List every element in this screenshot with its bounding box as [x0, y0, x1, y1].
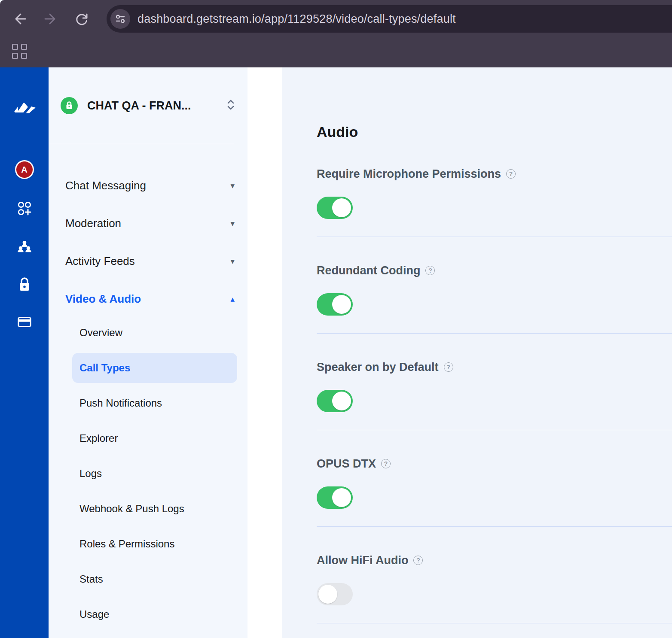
- help-icon[interactable]: ?: [413, 556, 423, 565]
- app-name: CHAT QA - FRAN...: [87, 99, 191, 112]
- help-icon[interactable]: ?: [381, 459, 391, 468]
- toggle-switch[interactable]: [317, 583, 353, 605]
- sidebar-nav: Chat Messaging ▾ Moderation ▾ Activity F…: [49, 167, 247, 318]
- unfold-icon: [225, 98, 236, 113]
- grid-icon: [12, 44, 27, 59]
- sidebar-section-activity-feeds[interactable]: Activity Feeds ▾: [65, 242, 235, 280]
- team-button[interactable]: [16, 238, 33, 255]
- tune-icon: [114, 13, 126, 25]
- apps-button[interactable]: [16, 201, 33, 217]
- lock-icon: [16, 276, 33, 292]
- sidebar-item-logs[interactable]: Logs: [72, 459, 237, 489]
- settings-list: Require Microphone Permissions ? Redunda…: [317, 140, 672, 623]
- setting-row-allow-hifi-audio: Allow HiFi Audio ?: [317, 527, 672, 623]
- setting-row-redundant-coding: Redundant Coding ?: [317, 237, 672, 334]
- setting-row-require-microphone-permissions: Require Microphone Permissions ?: [317, 140, 672, 237]
- sidebar-section-chat-messaging[interactable]: Chat Messaging ▾: [65, 167, 235, 204]
- url-text[interactable]: dashboard.getstream.io/app/1129528/video…: [137, 12, 456, 26]
- main-content: Audio Require Microphone Permissions ? R…: [282, 67, 672, 638]
- sidebar-item-push-notifications[interactable]: Push Notifications: [72, 388, 237, 418]
- tab-groups-button[interactable]: [11, 43, 28, 60]
- billing-button[interactable]: [16, 314, 33, 330]
- sidebar-item-explorer[interactable]: Explorer: [72, 423, 237, 453]
- sidebar: CHAT QA - FRAN... Chat Messaging ▾ Moder…: [49, 67, 247, 638]
- url-bar[interactable]: dashboard.getstream.io/app/1129528/video…: [107, 5, 672, 33]
- reload-icon: [73, 11, 90, 27]
- stream-logo[interactable]: [10, 97, 39, 122]
- toggle-switch[interactable]: [317, 390, 353, 412]
- setting-row-opus-dtx: OPUS DTX ?: [317, 430, 672, 527]
- apps-add-icon: [16, 201, 33, 217]
- video-audio-submenu: Overview Call Types Push Notifications E…: [49, 318, 247, 629]
- avatar[interactable]: A: [15, 160, 34, 179]
- sidebar-divider: [49, 144, 234, 144]
- forward-button[interactable]: [42, 10, 59, 27]
- toggle-knob: [318, 585, 337, 604]
- toggle-knob: [332, 198, 351, 217]
- app-rail: A: [0, 67, 49, 638]
- sidebar-section-video-audio[interactable]: Video & Audio ▴: [65, 280, 235, 318]
- app-selector[interactable]: CHAT QA - FRAN...: [49, 67, 247, 116]
- toggle-knob: [332, 488, 351, 507]
- sidebar-item-usage[interactable]: Usage: [72, 599, 237, 629]
- security-button[interactable]: [16, 276, 33, 292]
- sidebar-item-call-types[interactable]: Call Types: [72, 353, 237, 383]
- help-icon[interactable]: ?: [444, 362, 453, 372]
- forward-icon: [43, 11, 59, 27]
- site-settings-button[interactable]: [110, 9, 130, 29]
- back-button[interactable]: [11, 10, 28, 27]
- help-icon[interactable]: ?: [506, 169, 516, 179]
- toggle-knob: [332, 295, 351, 314]
- setting-row-speaker-on-by-default: Speaker on by Default ?: [317, 334, 672, 430]
- sidebar-item-overview[interactable]: Overview: [72, 318, 237, 348]
- app-lock-badge: [61, 97, 78, 114]
- sidebar-item-webhook-push-logs[interactable]: Webhook & Push Logs: [72, 494, 237, 524]
- help-icon[interactable]: ?: [425, 266, 435, 275]
- app-lock-icon: [64, 101, 74, 110]
- browser-chrome: dashboard.getstream.io/app/1129528/video…: [0, 0, 672, 67]
- sidebar-item-roles-permissions[interactable]: Roles & Permissions: [72, 529, 237, 559]
- sidebar-item-stats[interactable]: Stats: [72, 564, 237, 594]
- sidebar-section-moderation[interactable]: Moderation ▾: [65, 204, 235, 242]
- toggle-switch[interactable]: [317, 293, 353, 316]
- toggle-switch[interactable]: [317, 197, 353, 219]
- caret-icon: ▾: [230, 256, 235, 266]
- reload-button[interactable]: [73, 10, 90, 27]
- toggle-knob: [332, 392, 351, 410]
- page-title: Audio: [317, 123, 672, 140]
- caret-icon: ▾: [230, 219, 235, 228]
- content-gutter: [247, 67, 282, 638]
- toggle-switch[interactable]: [317, 486, 353, 509]
- caret-icon: ▴: [230, 294, 235, 304]
- team-icon: [16, 238, 33, 255]
- caret-icon: ▾: [230, 181, 235, 191]
- credit-card-icon: [16, 313, 33, 331]
- back-icon: [12, 11, 28, 27]
